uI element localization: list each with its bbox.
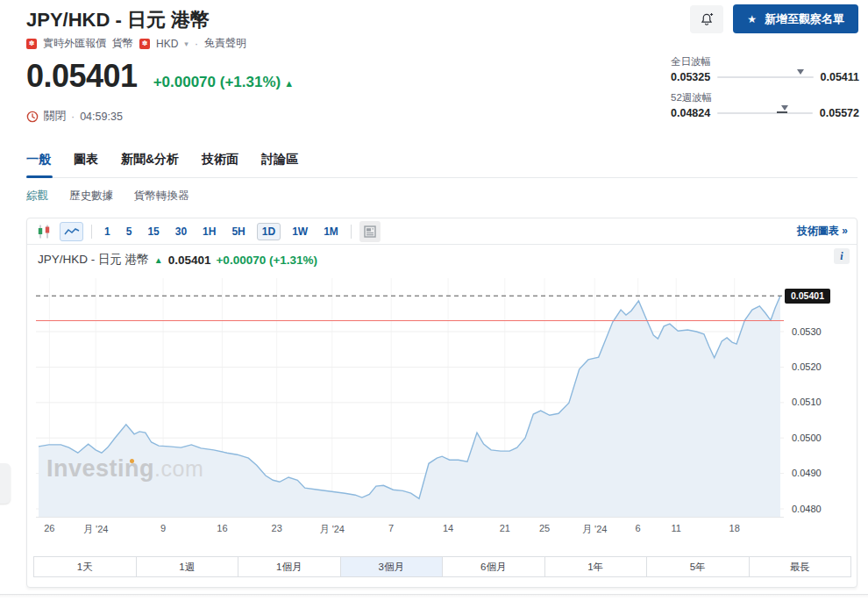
up-triangle-icon: ▲ bbox=[154, 255, 163, 265]
y-tick-label: 0.0510 bbox=[792, 397, 822, 407]
range-6個月[interactable]: 6個月 bbox=[443, 557, 545, 576]
x-tick-label: 月 '24 bbox=[582, 523, 607, 536]
breadcrumb-currencies-link[interactable]: 貨幣 bbox=[112, 36, 133, 51]
up-triangle-icon: ▲ bbox=[284, 78, 294, 89]
range-最長[interactable]: 最長 bbox=[750, 557, 851, 576]
week52-range-bar bbox=[717, 112, 813, 114]
chart-change: +0.00070 (+1.31%) bbox=[216, 254, 317, 267]
interval-1D[interactable]: 1D bbox=[257, 223, 281, 240]
subnav-歷史數據[interactable]: 歷史數據 bbox=[69, 189, 113, 204]
y-tick-label: 0.0500 bbox=[792, 433, 822, 443]
candlestick-chart-icon[interactable] bbox=[36, 224, 52, 240]
x-tick-label: 6 bbox=[636, 523, 641, 533]
price-chart-plot[interactable]: Investing.com bbox=[36, 278, 784, 517]
x-tick-label: 9 bbox=[160, 523, 166, 533]
sub-navigation: 綜觀歷史數據貨幣轉換器 bbox=[26, 189, 189, 204]
info-button[interactable]: i bbox=[834, 248, 850, 264]
daily-high: 0.05411 bbox=[821, 71, 860, 83]
interval-15[interactable]: 15 bbox=[143, 224, 163, 240]
interval-1M[interactable]: 1M bbox=[319, 224, 343, 240]
range-5年[interactable]: 5年 bbox=[647, 557, 750, 576]
tab-技術面[interactable]: 技術面 bbox=[202, 152, 238, 168]
hk-flag-icon: ✽ bbox=[139, 39, 150, 49]
toolbar-divider bbox=[351, 225, 352, 239]
range-1個月[interactable]: 1個月 bbox=[238, 557, 341, 576]
news-panel-button[interactable] bbox=[359, 221, 381, 242]
interval-5[interactable]: 5 bbox=[122, 224, 137, 240]
x-tick-label: 16 bbox=[217, 523, 227, 533]
y-tick-label: 0.0520 bbox=[792, 361, 822, 372]
investing-watermark: Investing.com bbox=[46, 455, 203, 483]
chart-toolbar: 1515301H5H1D1W1M 技術圖表 » bbox=[27, 218, 857, 245]
week52-range-marker-icon bbox=[781, 105, 788, 111]
range-1週[interactable]: 1週 bbox=[137, 557, 239, 576]
breadcrumb-quotes-link[interactable]: 實時外匯報價 bbox=[43, 36, 106, 51]
chart-symbol: JPY/HKD - 日元 港幣 bbox=[38, 252, 149, 268]
clock-icon bbox=[26, 111, 39, 123]
status-time: 04:59:35 bbox=[80, 111, 123, 123]
daily-range-label: 全日波幅 bbox=[671, 55, 859, 68]
interval-5H[interactable]: 5H bbox=[227, 224, 249, 240]
breadcrumb: ✽ 實時外匯報價 貨幣 ✽ HKD ▾ · 免責聲明 bbox=[26, 36, 246, 51]
tab-一般[interactable]: 一般 bbox=[26, 152, 51, 168]
tab-討論區[interactable]: 討論區 bbox=[261, 152, 298, 168]
star-icon: ★ bbox=[747, 13, 757, 25]
chart-header: JPY/HKD - 日元 港幣 ▲ 0.05401 +0.00070 (+1.3… bbox=[38, 252, 317, 268]
subnav-貨幣轉換器[interactable]: 貨幣轉換器 bbox=[134, 189, 189, 204]
page-title: JPY/HKD - 日元 港幣 bbox=[26, 7, 210, 33]
chart-card: 1515301H5H1D1W1M 技術圖表 » JPY/HKD - 日元 港幣 … bbox=[26, 218, 857, 588]
dot-separator: · bbox=[195, 38, 198, 50]
y-tick-label: 0.0490 bbox=[792, 468, 822, 478]
section-shadow bbox=[0, 595, 868, 598]
x-tick-label: 25 bbox=[539, 523, 550, 533]
add-to-watchlist-button[interactable]: ★ 新增至觀察名單 bbox=[733, 4, 858, 33]
quote-page: JPY/HKD - 日元 港幣 ✽ 實時外匯報價 貨幣 ✽ HKD ▾ · 免責… bbox=[0, 0, 868, 608]
header-actions: ★ 新增至觀察名單 bbox=[690, 4, 858, 33]
x-tick-label: 21 bbox=[500, 523, 510, 533]
interval-1H[interactable]: 1H bbox=[198, 224, 220, 240]
current-price: 0.05401 bbox=[26, 58, 138, 95]
x-tick-label: 26 bbox=[44, 523, 54, 533]
x-tick-label: 月 '24 bbox=[320, 523, 345, 536]
bell-plus-icon bbox=[699, 11, 715, 27]
daily-range-marker-icon bbox=[797, 69, 804, 75]
market-status: 關閉 · 04:59:35 bbox=[26, 109, 123, 124]
dot-separator: · bbox=[71, 111, 75, 123]
range-1天[interactable]: 1天 bbox=[34, 557, 137, 576]
x-axis: 26月 '2491623月 '247142125月 '2461118 bbox=[36, 517, 784, 536]
y-tick-label: 0.0530 bbox=[792, 326, 822, 337]
week52-high: 0.05572 bbox=[820, 107, 859, 119]
tab-圖表[interactable]: 圖表 bbox=[74, 152, 98, 168]
x-tick-label: 18 bbox=[729, 523, 740, 533]
interval-30[interactable]: 30 bbox=[171, 224, 191, 240]
side-feedback-tab[interactable] bbox=[0, 463, 11, 504]
y-axis: 0.05300.05200.05100.05000.04900.0480 bbox=[788, 278, 832, 517]
price-row: 0.05401 +0.00070 (+1.31%)▲ bbox=[26, 58, 294, 95]
x-tick-label: 7 bbox=[388, 523, 394, 533]
status-label: 關閉 bbox=[44, 109, 66, 124]
range-3個月[interactable]: 3個月 bbox=[341, 557, 444, 576]
tab-新聞&分析[interactable]: 新聞&分析 bbox=[121, 152, 179, 168]
x-tick-label: 11 bbox=[671, 523, 680, 533]
week52-range: 52週波幅 0.04824 0.05572 bbox=[671, 91, 859, 119]
chevron-down-icon[interactable]: ▾ bbox=[184, 39, 189, 48]
watermark-dot-icon bbox=[130, 459, 134, 463]
week52-range-dash bbox=[777, 111, 787, 113]
disclaimer-link[interactable]: 免責聲明 bbox=[204, 36, 246, 51]
daily-range: 全日波幅 0.05325 0.05411 bbox=[671, 55, 859, 83]
interval-1[interactable]: 1 bbox=[100, 224, 115, 240]
area-chart-icon-button[interactable] bbox=[60, 222, 83, 241]
range-1年[interactable]: 1年 bbox=[545, 557, 648, 576]
toolbar-divider bbox=[91, 225, 92, 239]
daily-low: 0.05325 bbox=[671, 71, 710, 83]
currency-dropdown[interactable]: HKD bbox=[156, 38, 178, 50]
technical-chart-link[interactable]: 技術圖表 » bbox=[797, 224, 848, 239]
create-alert-button[interactable] bbox=[690, 5, 723, 33]
interval-1W[interactable]: 1W bbox=[288, 224, 312, 240]
time-range-buttons: 1天1週1個月3個月6個月1年5年最長 bbox=[33, 556, 851, 577]
subnav-綜觀[interactable]: 綜觀 bbox=[26, 189, 48, 204]
hk-flag-icon: ✽ bbox=[26, 39, 37, 49]
newspaper-icon bbox=[364, 225, 376, 238]
watchlist-label: 新增至觀察名單 bbox=[765, 11, 844, 27]
daily-range-bar bbox=[717, 76, 813, 78]
